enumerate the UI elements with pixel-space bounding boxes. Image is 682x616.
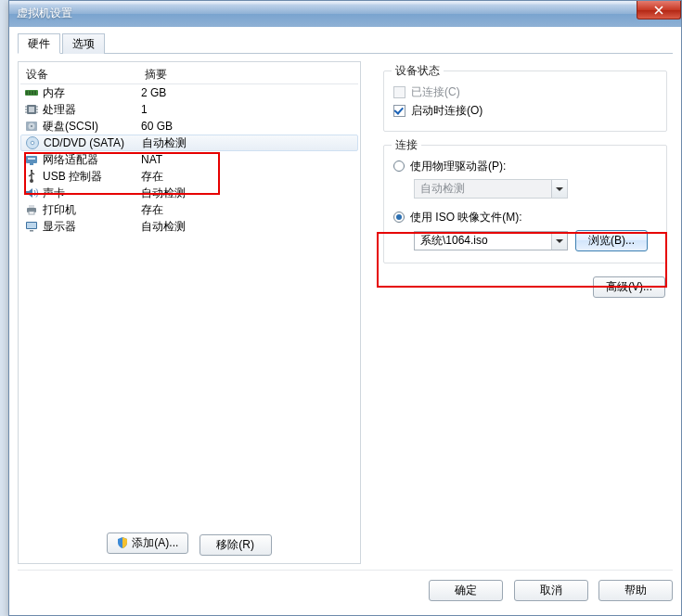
device-name: CD/DVD (SATA) <box>44 135 124 151</box>
hardware-row[interactable]: CD/DVD (SATA)自动检测 <box>20 135 358 151</box>
close-button[interactable] <box>637 1 681 19</box>
connection-legend: 连接 <box>392 137 421 153</box>
hardware-row[interactable]: 处理器1 <box>20 101 358 118</box>
hardware-row[interactable]: 网络适配器NAT <box>20 151 358 168</box>
use-physical-row[interactable]: 使用物理驱动器(P): <box>393 157 657 175</box>
advanced-label: 高级(V)... <box>606 279 652 295</box>
device-summary: 自动检测 <box>139 185 358 201</box>
physical-drive-value: 自动检测 <box>420 181 465 197</box>
device-summary: NAT <box>139 151 358 168</box>
svg-rect-24 <box>29 205 34 208</box>
device-settings-panel: 设备状态 已连接(C) 启动时连接(O) 连接 使用物理驱动器(P): <box>361 61 673 564</box>
chevron-down-icon[interactable] <box>551 232 567 250</box>
svg-rect-4 <box>34 91 36 95</box>
device-summary: 存在 <box>139 168 358 185</box>
ok-label: 确定 <box>455 583 477 598</box>
tab-options[interactable]: 选项 <box>62 33 105 54</box>
svg-rect-25 <box>29 212 34 214</box>
main: 设备 摘要 内存2 GB处理器1硬盘(SCSI)60 GBCD/DVD (SAT… <box>18 61 673 564</box>
tab-hardware[interactable]: 硬件 <box>18 33 60 54</box>
hardware-panel: 设备 摘要 内存2 GB处理器1硬盘(SCSI)60 GBCD/DVD (SAT… <box>18 61 361 564</box>
dialog-footer: 确定 取消 帮助 <box>18 570 673 607</box>
svg-rect-27 <box>27 223 36 228</box>
device-summary: 自动检测 <box>140 135 357 151</box>
use-iso-row[interactable]: 使用 ISO 映像文件(M): <box>393 208 657 226</box>
hardware-list[interactable]: 内存2 GB处理器1硬盘(SCSI)60 GBCD/DVD (SATA)自动检测… <box>20 84 358 525</box>
use-iso-radio[interactable] <box>393 212 405 223</box>
use-iso-label: 使用 ISO 映像文件(M): <box>410 210 522 225</box>
printer-icon <box>24 202 39 217</box>
cancel-button[interactable]: 取消 <box>514 580 588 601</box>
hdd-icon <box>24 119 39 134</box>
device-name: 网络适配器 <box>43 151 98 168</box>
col-summary: 摘要 <box>139 64 358 83</box>
help-button[interactable]: 帮助 <box>598 580 673 601</box>
svg-rect-28 <box>30 230 33 232</box>
tabstrip: 硬件 选项 <box>18 33 673 54</box>
svg-rect-6 <box>29 107 34 112</box>
browse-button[interactable]: 浏览(B)... <box>575 230 648 251</box>
hardware-header: 设备 摘要 <box>20 64 358 84</box>
close-icon <box>654 6 663 15</box>
device-status-group: 设备状态 已连接(C) 启动时连接(O) <box>383 71 667 132</box>
device-summary: 自动检测 <box>139 218 358 235</box>
hardware-row[interactable]: 打印机存在 <box>20 201 358 218</box>
device-name: 打印机 <box>43 201 76 218</box>
device-status-legend: 设备状态 <box>392 63 444 79</box>
display-icon <box>24 219 39 234</box>
window-title: 虚拟机设置 <box>17 6 72 19</box>
svg-point-21 <box>30 179 33 183</box>
hardware-row[interactable]: USB 控制器存在 <box>20 168 358 185</box>
add-button[interactable]: 添加(A)... <box>107 533 188 554</box>
iso-path-combo[interactable]: 系统\1064.iso <box>414 231 568 250</box>
device-name: 硬盘(SCSI) <box>43 118 98 135</box>
iso-path-value: 系统\1064.iso <box>420 233 488 249</box>
remove-label: 移除(R) <box>216 537 254 553</box>
device-summary: 存在 <box>139 201 358 218</box>
connection-group: 连接 使用物理驱动器(P): 自动检测 使用 ISO 映像文件(M): <box>383 145 667 263</box>
remove-button[interactable]: 移除(R) <box>199 534 272 556</box>
net-icon <box>24 152 39 167</box>
memory-icon <box>24 85 39 100</box>
connect-on-start-row[interactable]: 启动时连接(O) <box>393 101 657 120</box>
sound-icon <box>24 186 39 200</box>
use-physical-radio[interactable] <box>393 160 405 172</box>
chevron-down-icon <box>551 180 567 198</box>
browse-label: 浏览(B)... <box>588 233 635 249</box>
add-label: 添加(A)... <box>132 535 178 551</box>
svg-rect-22 <box>31 170 32 172</box>
connect-on-start-checkbox[interactable] <box>393 105 405 117</box>
svg-rect-20 <box>30 163 33 165</box>
svg-rect-19 <box>28 158 35 160</box>
shield-icon <box>117 537 128 548</box>
hardware-row[interactable]: 内存2 GB <box>20 84 358 101</box>
hardware-footer: 添加(A)... 移除(R) <box>20 525 358 562</box>
device-name: 显示器 <box>43 218 76 235</box>
hardware-row[interactable]: 声卡自动检测 <box>20 185 358 201</box>
device-summary: 1 <box>139 101 358 118</box>
connected-row[interactable]: 已连接(C) <box>393 83 657 101</box>
svg-rect-2 <box>29 91 31 95</box>
cancel-label: 取消 <box>540 583 562 598</box>
physical-drive-combo: 自动检测 <box>414 179 568 199</box>
titlebar[interactable]: 虚拟机设置 <box>9 1 681 27</box>
advanced-button[interactable]: 高级(V)... <box>593 276 665 298</box>
cd-icon <box>25 135 40 150</box>
device-summary: 60 GB <box>139 118 358 135</box>
hardware-row[interactable]: 显示器自动检测 <box>20 218 358 235</box>
col-device: 设备 <box>20 64 139 83</box>
device-name: 声卡 <box>43 185 65 201</box>
device-name: USB 控制器 <box>43 168 102 185</box>
svg-point-17 <box>31 141 34 145</box>
help-label: 帮助 <box>624 583 647 598</box>
device-name: 内存 <box>43 84 65 101</box>
connected-label: 已连接(C) <box>411 84 460 100</box>
vm-settings-window: 虚拟机设置 硬件 选项 设备 摘要 内存2 GB处理器1硬盘(SCSI)60 G… <box>8 0 682 616</box>
hardware-row[interactable]: 硬盘(SCSI)60 GB <box>20 118 358 135</box>
use-physical-label: 使用物理驱动器(P): <box>410 159 506 174</box>
connected-checkbox <box>393 86 405 98</box>
connect-on-start-label: 启动时连接(O) <box>411 103 483 119</box>
svg-rect-3 <box>32 91 33 95</box>
ok-button[interactable]: 确定 <box>429 580 503 601</box>
svg-point-15 <box>31 125 32 127</box>
